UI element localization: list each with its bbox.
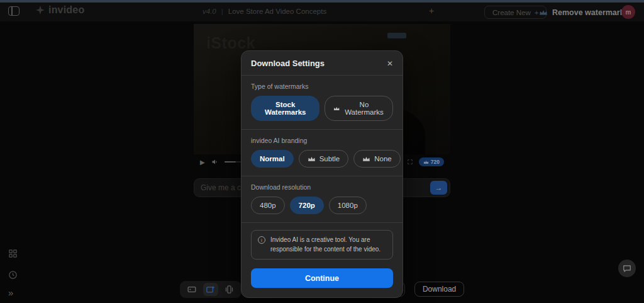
disclaimer-text: Invideo AI is a creative tool. You are r… (270, 236, 386, 254)
continue-button[interactable]: Continue (251, 268, 393, 288)
option-branding-none[interactable]: None (353, 150, 401, 168)
disclaimer-box: i Invideo AI is a creative tool. You are… (251, 230, 393, 260)
modal-header: Download Settings ✕ (242, 51, 402, 75)
section-label: Download resolution (251, 183, 393, 191)
download-settings-modal: Download Settings ✕ Type of watermarks S… (241, 50, 403, 298)
watermark-type-section: Type of watermarks Stock Watermarks No W… (242, 75, 402, 129)
crown-icon (333, 106, 340, 111)
crown-icon (362, 156, 370, 162)
info-icon: i (258, 236, 265, 244)
section-label: Type of watermarks (251, 83, 393, 90)
option-resolution-480p[interactable]: 480p (251, 197, 285, 214)
option-resolution-720p[interactable]: 720p (290, 197, 324, 214)
crown-icon (308, 156, 316, 162)
option-resolution-1080p[interactable]: 1080p (329, 197, 367, 214)
modal-title: Download Settings (251, 59, 325, 68)
option-branding-subtle[interactable]: Subtle (299, 150, 349, 168)
branding-section: invideo AI branding Normal Subtle None (242, 129, 402, 176)
option-branding-normal[interactable]: Normal (251, 150, 294, 168)
section-label: invideo AI branding (251, 137, 393, 144)
close-icon[interactable]: ✕ (387, 60, 393, 67)
option-stock-watermarks[interactable]: Stock Watermarks (251, 96, 319, 121)
resolution-section: Download resolution 480p 720p 1080p (242, 176, 402, 222)
option-no-watermarks[interactable]: No Watermarks (325, 96, 393, 121)
modal-footer: i Invideo AI is a creative tool. You are… (242, 222, 402, 297)
